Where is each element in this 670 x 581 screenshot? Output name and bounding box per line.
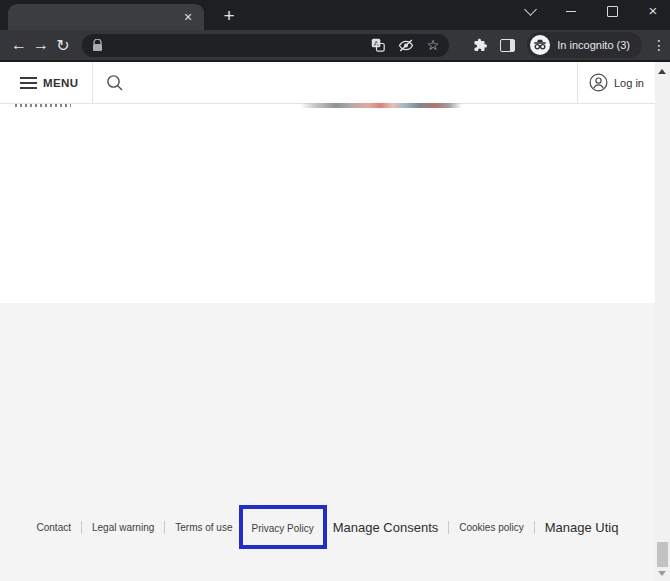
- search-icon: [106, 74, 124, 92]
- login-button[interactable]: Log in: [577, 62, 655, 103]
- incognito-avatar-icon: [530, 35, 550, 55]
- tab-close-icon[interactable]: ×: [179, 8, 197, 26]
- hamburger-menu-icon[interactable]: [20, 77, 37, 89]
- login-label: Log in: [614, 77, 644, 89]
- window-maximize-button[interactable]: [605, 4, 619, 18]
- eye-hidden-icon[interactable]: [398, 39, 414, 52]
- scrollbar-down-arrow-icon[interactable]: [658, 571, 666, 576]
- browser-tab-strip: × + ×: [0, 0, 670, 30]
- footer-link-privacy-policy[interactable]: Privacy Policy: [252, 523, 314, 534]
- page-scrollbar[interactable]: [655, 62, 670, 581]
- extensions-puzzle-icon[interactable]: [472, 38, 487, 53]
- footer-links: Contact Legal warning Terms of use Priva…: [0, 505, 655, 549]
- footer-separator: [81, 521, 82, 534]
- window-controls: ×: [523, 0, 664, 22]
- footer-link-cookies-policy[interactable]: Cookies policy: [459, 522, 523, 533]
- bookmark-star-icon[interactable]: ☆: [427, 37, 440, 53]
- window-close-button[interactable]: ×: [646, 4, 660, 18]
- footer-link-contact[interactable]: Contact: [37, 522, 71, 533]
- clipped-text-fragment: [15, 104, 71, 107]
- back-button[interactable]: ←: [8, 36, 30, 54]
- footer-link-manage-utiq[interactable]: Manage Utiq: [545, 520, 619, 535]
- browser-tab[interactable]: ×: [8, 4, 204, 30]
- footer-link-terms-of-use[interactable]: Terms of use: [175, 522, 232, 533]
- privacy-policy-highlight-box: Privacy Policy: [239, 505, 327, 549]
- new-tab-button[interactable]: +: [216, 3, 242, 29]
- footer-link-legal-warning[interactable]: Legal warning: [92, 522, 154, 533]
- window-minimize-button[interactable]: [564, 4, 578, 18]
- browser-menu-icon[interactable]: ⋮: [652, 37, 662, 53]
- footer-separator: [534, 521, 535, 534]
- menu-label[interactable]: MENU: [43, 77, 78, 89]
- address-bar[interactable]: A ☆: [82, 34, 449, 57]
- reload-button[interactable]: ↻: [52, 36, 74, 55]
- user-icon: [589, 73, 608, 92]
- scrollbar-up-arrow-icon[interactable]: [658, 69, 666, 74]
- footer-separator: [448, 521, 449, 534]
- scrollbar-thumb[interactable]: [657, 542, 668, 567]
- browser-toolbar: ← → ↻ A ☆ In incognito (3) ⋮: [0, 30, 670, 60]
- lock-icon: [92, 39, 103, 52]
- web-page: MENU Log in Contact Legal warning Terms …: [0, 62, 670, 581]
- footer-separator: [164, 521, 165, 534]
- window-chevron-icon[interactable]: [523, 4, 537, 18]
- forward-button[interactable]: →: [30, 36, 52, 54]
- footer-link-manage-consents[interactable]: Manage Consents: [333, 520, 439, 535]
- clipped-image-fragment: [300, 103, 462, 108]
- incognito-profile-chip[interactable]: In incognito (3): [527, 32, 642, 58]
- translate-icon[interactable]: A: [371, 38, 385, 52]
- header-divider: [92, 62, 93, 103]
- search-button[interactable]: [106, 74, 124, 92]
- side-panel-icon[interactable]: [500, 39, 515, 52]
- site-header: MENU Log in: [0, 62, 655, 104]
- incognito-label: In incognito (3): [557, 39, 630, 51]
